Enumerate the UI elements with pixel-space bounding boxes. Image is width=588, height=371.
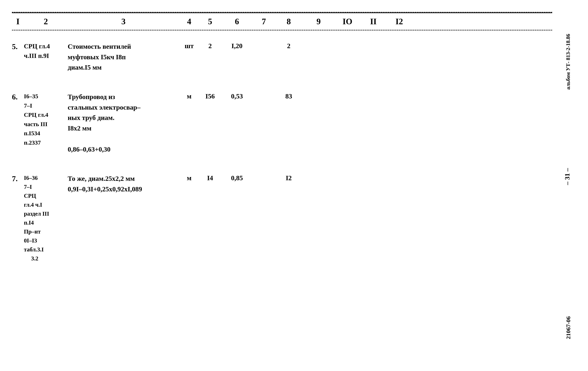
col-header-5: 5 xyxy=(199,17,221,26)
col-header-1: I xyxy=(12,17,24,26)
row-7-num: 7. xyxy=(12,173,24,263)
row-5-num: 5. xyxy=(12,41,24,73)
row-7-col9 xyxy=(303,173,335,263)
row-6-price: 0,53 xyxy=(221,92,253,155)
row-7-ref-text: I6–367–IСРЦгл.4 ч.Iраздел IIIп.I4Пр–нт0I… xyxy=(24,175,49,261)
row-7-desc: То же, диам.25x2,2 мм0,9I–0,3I+0,25x0,92… xyxy=(68,173,179,263)
col-header-4: 4 xyxy=(179,17,199,26)
page-container: I 2 3 4 5 6 7 8 9 IO II I2 5. СРЦ гл.4ч.… xyxy=(0,0,588,371)
table-wrapper: I 2 3 4 5 6 7 8 9 IO II I2 5. СРЦ гл.4ч.… xyxy=(12,12,572,359)
row-6-col12 xyxy=(386,92,412,155)
row-6-col11 xyxy=(360,92,386,155)
row-6-unit: м xyxy=(179,92,199,155)
row-6-col8: 83 xyxy=(275,92,303,155)
row-6-ref-text: I6–357–IСРЦ гл.4часть IIIп.I534п.2337 xyxy=(24,93,48,146)
data-row-7: 7. I6–367–IСРЦгл.4 ч.Iраздел IIIп.I4Пр–н… xyxy=(12,166,552,271)
row-7-col8: I2 xyxy=(275,173,303,263)
margin-bottom-text: 21067-06 xyxy=(565,316,572,339)
col-header-10: IO xyxy=(335,17,360,26)
row-6-ref: I6–357–IСРЦ гл.4часть IIIп.I534п.2337 xyxy=(24,92,68,155)
row-5-col7 xyxy=(253,41,275,73)
col-header-11: II xyxy=(360,17,386,26)
row-5-col10 xyxy=(335,41,360,73)
row-5-col12 xyxy=(386,41,412,73)
data-row-6: 6. I6–357–IСРЦ гл.4часть IIIп.I534п.2337… xyxy=(12,84,552,166)
row-5-ref: СРЦ гл.4ч.III п.9I xyxy=(24,41,68,73)
row-5-desc-text: Стоимость вентилеймуфтовых I5кч I8пдиам.… xyxy=(68,43,131,71)
row-7-qty: I4 xyxy=(199,173,221,263)
row-5-col8: 2 xyxy=(275,41,303,73)
row-6-col10 xyxy=(335,92,360,155)
row-5-price: I,20 xyxy=(221,41,253,73)
row-6-num: 6. xyxy=(12,92,24,155)
row-7-col10 xyxy=(335,173,360,263)
row-6-col9 xyxy=(303,92,335,155)
col-header-3: 3 xyxy=(68,17,179,26)
row-6-qty: I56 xyxy=(199,92,221,155)
row-7-col11 xyxy=(360,173,386,263)
col-header-7: 7 xyxy=(253,17,275,26)
right-margin: альбом УТ- 813-2-18.86 – 31 – 21067-06 xyxy=(554,12,572,359)
row-5-col9 xyxy=(303,41,335,73)
row-7-col7 xyxy=(253,173,275,263)
row-7-desc-text: То же, диам.25x2,2 мм0,9I–0,3I+0,25x0,92… xyxy=(68,175,142,193)
row-5-qty: 2 xyxy=(199,41,221,73)
data-row-5: 5. СРЦ гл.4ч.III п.9I Стоимость вентилей… xyxy=(12,30,552,84)
row-5-unit: шт xyxy=(179,41,199,73)
col-header-6: 6 xyxy=(221,17,253,26)
page-number: – 31 – xyxy=(564,168,571,185)
row-7-unit: м xyxy=(179,173,199,263)
header-row: I 2 3 4 5 6 7 8 9 IO II I2 xyxy=(12,13,552,30)
row-7-price: 0,85 xyxy=(221,173,253,263)
row-5-col11 xyxy=(360,41,386,73)
row-5-desc: Стоимость вентилеймуфтовых I5кч I8пдиам.… xyxy=(68,41,179,73)
col-header-8: 8 xyxy=(275,17,303,26)
row-6-col7 xyxy=(253,92,275,155)
col-header-12: I2 xyxy=(386,17,412,26)
col-header-2: 2 xyxy=(24,17,68,26)
row-6-desc-text: Трубопровод изстальных электросвар–ных т… xyxy=(68,93,140,153)
row-5-ref-text: СРЦ гл.4ч.III п.9I xyxy=(24,43,50,59)
row-7-col12 xyxy=(386,173,412,263)
row-6-desc: Трубопровод изстальных электросвар–ных т… xyxy=(68,92,179,155)
col-header-9: 9 xyxy=(303,17,335,26)
margin-top-text: альбом УТ- 813-2-18.86 xyxy=(565,34,572,90)
row-7-ref: I6–367–IСРЦгл.4 ч.Iраздел IIIп.I4Пр–нт0I… xyxy=(24,173,68,263)
